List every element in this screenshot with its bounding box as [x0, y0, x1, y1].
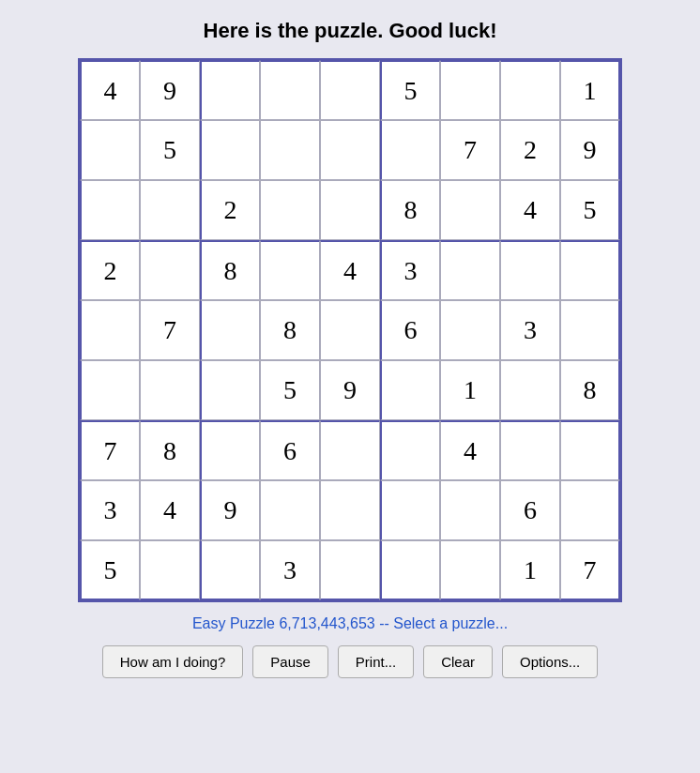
sudoku-cell[interactable] [380, 420, 440, 480]
sudoku-cell: 5 [380, 60, 440, 120]
page-title: Here is the puzzle. Good luck! [204, 19, 497, 43]
sudoku-cell[interactable] [560, 420, 620, 480]
sudoku-cell: 8 [140, 420, 200, 480]
action-button-clear[interactable]: Clear [423, 645, 493, 678]
button-row: How am I doing?PausePrint...ClearOptions… [102, 645, 599, 678]
sudoku-cell[interactable] [80, 360, 140, 420]
sudoku-cell[interactable] [320, 300, 380, 360]
sudoku-cell[interactable] [80, 300, 140, 360]
sudoku-cell: 3 [260, 540, 320, 600]
sudoku-cell: 2 [80, 240, 140, 300]
sudoku-cell: 7 [560, 540, 620, 600]
sudoku-cell: 5 [560, 180, 620, 240]
puzzle-link[interactable]: Easy Puzzle 6,713,443,653 -- Select a pu… [192, 615, 508, 632]
sudoku-cell[interactable] [560, 480, 620, 540]
sudoku-cell[interactable] [440, 240, 500, 300]
sudoku-cell: 3 [500, 300, 560, 360]
sudoku-cell: 1 [560, 60, 620, 120]
sudoku-cell[interactable] [260, 60, 320, 120]
sudoku-cell[interactable] [320, 480, 380, 540]
sudoku-cell: 6 [500, 480, 560, 540]
sudoku-cell: 7 [80, 420, 140, 480]
sudoku-cell[interactable] [320, 60, 380, 120]
sudoku-cell: 3 [80, 480, 140, 540]
sudoku-cell: 9 [560, 120, 620, 180]
sudoku-cell[interactable] [200, 60, 260, 120]
sudoku-cell[interactable] [440, 60, 500, 120]
sudoku-cell: 6 [380, 300, 440, 360]
sudoku-grid: 495157292845284378635918786434965317 [80, 60, 620, 600]
sudoku-cell[interactable] [260, 480, 320, 540]
sudoku-cell: 2 [500, 120, 560, 180]
sudoku-cell[interactable] [200, 300, 260, 360]
sudoku-cell[interactable] [380, 540, 440, 600]
sudoku-cell[interactable] [380, 360, 440, 420]
sudoku-cell[interactable] [200, 120, 260, 180]
sudoku-cell: 8 [260, 300, 320, 360]
sudoku-cell: 4 [140, 480, 200, 540]
sudoku-cell[interactable] [500, 240, 560, 300]
sudoku-cell: 5 [260, 360, 320, 420]
sudoku-cell[interactable] [140, 360, 200, 420]
sudoku-cell[interactable] [560, 240, 620, 300]
sudoku-cell[interactable] [500, 420, 560, 480]
sudoku-cell: 1 [500, 540, 560, 600]
sudoku-cell[interactable] [80, 180, 140, 240]
sudoku-cell: 9 [200, 480, 260, 540]
sudoku-cell: 8 [200, 240, 260, 300]
sudoku-cell: 7 [440, 120, 500, 180]
sudoku-cell: 6 [260, 420, 320, 480]
sudoku-cell: 1 [440, 360, 500, 420]
sudoku-cell: 8 [380, 180, 440, 240]
sudoku-cell[interactable] [200, 540, 260, 600]
sudoku-cell[interactable] [140, 540, 200, 600]
sudoku-cell: 7 [140, 300, 200, 360]
sudoku-cell[interactable] [200, 420, 260, 480]
sudoku-cell: 5 [80, 540, 140, 600]
action-button-print---[interactable]: Print... [338, 645, 414, 678]
sudoku-cell: 4 [320, 240, 380, 300]
sudoku-cell[interactable] [320, 180, 380, 240]
sudoku-cell[interactable] [440, 480, 500, 540]
sudoku-cell[interactable] [440, 300, 500, 360]
sudoku-cell[interactable] [380, 120, 440, 180]
sudoku-cell: 9 [320, 360, 380, 420]
sudoku-cell[interactable] [560, 300, 620, 360]
sudoku-wrapper: 495157292845284378635918786434965317 [78, 58, 622, 602]
sudoku-cell[interactable] [440, 540, 500, 600]
sudoku-cell[interactable] [440, 180, 500, 240]
sudoku-cell: 2 [200, 180, 260, 240]
sudoku-cell[interactable] [260, 120, 320, 180]
sudoku-cell[interactable] [80, 120, 140, 180]
sudoku-cell: 4 [440, 420, 500, 480]
sudoku-cell[interactable] [500, 360, 560, 420]
sudoku-cell[interactable] [320, 120, 380, 180]
sudoku-cell[interactable] [320, 420, 380, 480]
action-button-how-am-i-doing-[interactable]: How am I doing? [102, 645, 244, 678]
sudoku-cell: 3 [380, 240, 440, 300]
sudoku-cell[interactable] [140, 240, 200, 300]
sudoku-cell: 5 [140, 120, 200, 180]
sudoku-cell[interactable] [140, 180, 200, 240]
sudoku-cell: 9 [140, 60, 200, 120]
sudoku-cell: 8 [560, 360, 620, 420]
sudoku-cell[interactable] [320, 540, 380, 600]
action-button-options---[interactable]: Options... [502, 645, 598, 678]
sudoku-cell: 4 [500, 180, 560, 240]
sudoku-cell[interactable] [260, 240, 320, 300]
action-button-pause[interactable]: Pause [252, 645, 328, 678]
sudoku-cell[interactable] [380, 480, 440, 540]
sudoku-cell[interactable] [260, 180, 320, 240]
sudoku-cell[interactable] [200, 360, 260, 420]
sudoku-cell: 4 [80, 60, 140, 120]
sudoku-cell[interactable] [500, 60, 560, 120]
